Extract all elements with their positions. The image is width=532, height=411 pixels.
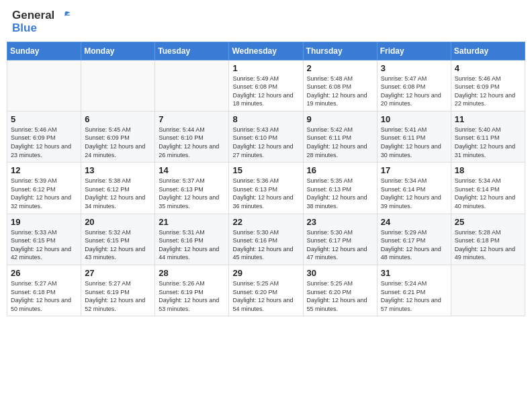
day-number: 19 bbox=[11, 217, 77, 227]
calendar-week-3: 12Sunrise: 5:39 AM Sunset: 6:12 PM Dayli… bbox=[7, 163, 525, 214]
day-info: Sunrise: 5:45 AM Sunset: 6:09 PM Dayligh… bbox=[85, 126, 151, 159]
day-number: 12 bbox=[11, 165, 77, 175]
day-info: Sunrise: 5:27 AM Sunset: 6:19 PM Dayligh… bbox=[85, 279, 151, 313]
day-info: Sunrise: 5:26 AM Sunset: 6:19 PM Dayligh… bbox=[159, 279, 225, 313]
calendar-cell: 10Sunrise: 5:41 AM Sunset: 6:11 PM Dayli… bbox=[377, 111, 451, 162]
day-number: 31 bbox=[381, 268, 447, 278]
day-number: 18 bbox=[455, 165, 521, 175]
day-info: Sunrise: 5:28 AM Sunset: 6:18 PM Dayligh… bbox=[455, 228, 521, 262]
day-number: 2 bbox=[307, 63, 373, 73]
calendar-cell: 18Sunrise: 5:34 AM Sunset: 6:14 PM Dayli… bbox=[451, 163, 525, 214]
day-number: 29 bbox=[232, 268, 299, 278]
day-number: 21 bbox=[159, 217, 225, 227]
day-number: 28 bbox=[159, 268, 225, 278]
weekday-header-monday: Monday bbox=[81, 42, 155, 60]
day-info: Sunrise: 5:43 AM Sunset: 6:10 PM Dayligh… bbox=[232, 126, 299, 159]
day-number: 16 bbox=[307, 165, 373, 175]
weekday-header-tuesday: Tuesday bbox=[155, 42, 229, 60]
calendar-cell bbox=[451, 265, 525, 316]
logo-blue: Blue bbox=[12, 22, 71, 34]
calendar-week-2: 5Sunrise: 5:46 AM Sunset: 6:09 PM Daylig… bbox=[7, 111, 525, 162]
calendar-cell: 1Sunrise: 5:49 AM Sunset: 6:08 PM Daylig… bbox=[229, 60, 303, 111]
calendar-cell: 6Sunrise: 5:45 AM Sunset: 6:09 PM Daylig… bbox=[81, 111, 155, 162]
day-info: Sunrise: 5:30 AM Sunset: 6:16 PM Dayligh… bbox=[232, 228, 299, 262]
day-info: Sunrise: 5:32 AM Sunset: 6:15 PM Dayligh… bbox=[85, 228, 151, 262]
day-number: 3 bbox=[381, 63, 447, 73]
calendar-cell: 19Sunrise: 5:33 AM Sunset: 6:15 PM Dayli… bbox=[7, 214, 81, 265]
weekday-header-thursday: Thursday bbox=[303, 42, 377, 60]
day-info: Sunrise: 5:49 AM Sunset: 6:08 PM Dayligh… bbox=[232, 75, 299, 108]
day-info: Sunrise: 5:37 AM Sunset: 6:13 PM Dayligh… bbox=[159, 177, 225, 210]
calendar-cell: 21Sunrise: 5:31 AM Sunset: 6:16 PM Dayli… bbox=[155, 214, 229, 265]
day-info: Sunrise: 5:44 AM Sunset: 6:10 PM Dayligh… bbox=[159, 126, 225, 159]
day-info: Sunrise: 5:33 AM Sunset: 6:15 PM Dayligh… bbox=[11, 228, 77, 262]
day-info: Sunrise: 5:46 AM Sunset: 6:09 PM Dayligh… bbox=[11, 126, 77, 159]
day-number: 30 bbox=[307, 268, 373, 278]
calendar-cell bbox=[81, 60, 155, 111]
day-number: 15 bbox=[232, 165, 299, 175]
day-number: 20 bbox=[85, 217, 151, 227]
day-info: Sunrise: 5:34 AM Sunset: 6:14 PM Dayligh… bbox=[381, 177, 447, 210]
day-number: 17 bbox=[381, 165, 447, 175]
calendar-cell bbox=[7, 60, 81, 111]
bird-icon bbox=[59, 10, 71, 22]
day-info: Sunrise: 5:39 AM Sunset: 6:12 PM Dayligh… bbox=[11, 177, 77, 210]
calendar-cell: 4Sunrise: 5:46 AM Sunset: 6:09 PM Daylig… bbox=[451, 60, 525, 111]
day-info: Sunrise: 5:48 AM Sunset: 6:08 PM Dayligh… bbox=[307, 75, 373, 108]
day-number: 9 bbox=[307, 114, 373, 124]
day-number: 8 bbox=[232, 114, 299, 124]
day-info: Sunrise: 5:36 AM Sunset: 6:13 PM Dayligh… bbox=[232, 177, 299, 210]
calendar-cell: 16Sunrise: 5:35 AM Sunset: 6:13 PM Dayli… bbox=[303, 163, 377, 214]
logo-general: General bbox=[12, 9, 71, 22]
calendar-cell: 7Sunrise: 5:44 AM Sunset: 6:10 PM Daylig… bbox=[155, 111, 229, 162]
calendar-cell: 2Sunrise: 5:48 AM Sunset: 6:08 PM Daylig… bbox=[303, 60, 377, 111]
day-info: Sunrise: 5:42 AM Sunset: 6:11 PM Dayligh… bbox=[307, 126, 373, 159]
calendar-cell: 23Sunrise: 5:30 AM Sunset: 6:17 PM Dayli… bbox=[303, 214, 377, 265]
weekday-header-wednesday: Wednesday bbox=[229, 42, 303, 60]
calendar-cell: 27Sunrise: 5:27 AM Sunset: 6:19 PM Dayli… bbox=[81, 265, 155, 316]
day-info: Sunrise: 5:35 AM Sunset: 6:13 PM Dayligh… bbox=[307, 177, 373, 210]
calendar-week-5: 26Sunrise: 5:27 AM Sunset: 6:18 PM Dayli… bbox=[7, 265, 525, 316]
day-number: 10 bbox=[381, 114, 447, 124]
day-number: 4 bbox=[455, 63, 521, 73]
day-number: 24 bbox=[381, 217, 447, 227]
day-info: Sunrise: 5:47 AM Sunset: 6:08 PM Dayligh… bbox=[381, 75, 447, 108]
calendar-cell: 28Sunrise: 5:26 AM Sunset: 6:19 PM Dayli… bbox=[155, 265, 229, 316]
day-number: 13 bbox=[85, 165, 151, 175]
calendar-cell: 26Sunrise: 5:27 AM Sunset: 6:18 PM Dayli… bbox=[7, 265, 81, 316]
day-number: 1 bbox=[232, 63, 299, 73]
day-number: 22 bbox=[232, 217, 299, 227]
day-number: 26 bbox=[11, 268, 77, 278]
calendar-week-4: 19Sunrise: 5:33 AM Sunset: 6:15 PM Dayli… bbox=[7, 214, 525, 265]
calendar-table: SundayMondayTuesdayWednesdayThursdayFrid… bbox=[7, 42, 525, 317]
day-info: Sunrise: 5:27 AM Sunset: 6:18 PM Dayligh… bbox=[11, 279, 77, 313]
calendar-cell: 29Sunrise: 5:25 AM Sunset: 6:20 PM Dayli… bbox=[229, 265, 303, 316]
weekday-header-saturday: Saturday bbox=[451, 42, 525, 60]
day-number: 25 bbox=[455, 217, 521, 227]
day-info: Sunrise: 5:31 AM Sunset: 6:16 PM Dayligh… bbox=[159, 228, 225, 262]
calendar-cell: 15Sunrise: 5:36 AM Sunset: 6:13 PM Dayli… bbox=[229, 163, 303, 214]
day-number: 14 bbox=[159, 165, 225, 175]
day-number: 23 bbox=[307, 217, 373, 227]
calendar-cell: 24Sunrise: 5:29 AM Sunset: 6:17 PM Dayli… bbox=[377, 214, 451, 265]
day-info: Sunrise: 5:38 AM Sunset: 6:12 PM Dayligh… bbox=[85, 177, 151, 210]
calendar-cell: 14Sunrise: 5:37 AM Sunset: 6:13 PM Dayli… bbox=[155, 163, 229, 214]
page-header: General Blue bbox=[7, 7, 525, 36]
day-info: Sunrise: 5:46 AM Sunset: 6:09 PM Dayligh… bbox=[455, 75, 521, 108]
weekday-header-row: SundayMondayTuesdayWednesdayThursdayFrid… bbox=[7, 42, 525, 60]
day-number: 7 bbox=[159, 114, 225, 124]
calendar-cell: 12Sunrise: 5:39 AM Sunset: 6:12 PM Dayli… bbox=[7, 163, 81, 214]
calendar-cell: 13Sunrise: 5:38 AM Sunset: 6:12 PM Dayli… bbox=[81, 163, 155, 214]
calendar-week-1: 1Sunrise: 5:49 AM Sunset: 6:08 PM Daylig… bbox=[7, 60, 525, 111]
day-number: 27 bbox=[85, 268, 151, 278]
day-info: Sunrise: 5:30 AM Sunset: 6:17 PM Dayligh… bbox=[307, 228, 373, 262]
calendar-cell: 11Sunrise: 5:40 AM Sunset: 6:11 PM Dayli… bbox=[451, 111, 525, 162]
day-info: Sunrise: 5:29 AM Sunset: 6:17 PM Dayligh… bbox=[381, 228, 447, 262]
calendar-cell: 20Sunrise: 5:32 AM Sunset: 6:15 PM Dayli… bbox=[81, 214, 155, 265]
calendar-cell: 3Sunrise: 5:47 AM Sunset: 6:08 PM Daylig… bbox=[377, 60, 451, 111]
logo: General Blue bbox=[12, 9, 71, 34]
weekday-header-friday: Friday bbox=[377, 42, 451, 60]
calendar-cell: 9Sunrise: 5:42 AM Sunset: 6:11 PM Daylig… bbox=[303, 111, 377, 162]
calendar-cell: 31Sunrise: 5:24 AM Sunset: 6:21 PM Dayli… bbox=[377, 265, 451, 316]
day-number: 5 bbox=[11, 114, 77, 124]
